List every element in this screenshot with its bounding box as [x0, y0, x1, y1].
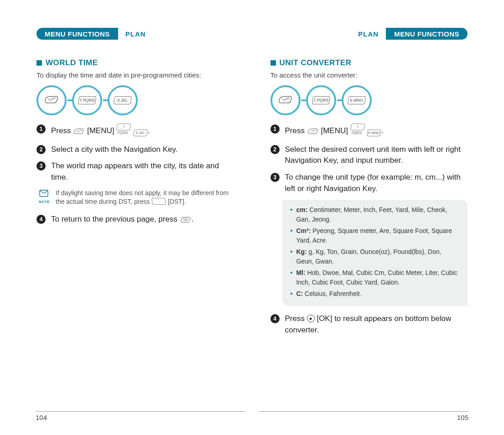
key-7-icon: 7 PQRS — [306, 85, 336, 115]
step-number-icon: 3 — [36, 161, 46, 171]
note-block: NOTE If daylight saving time does not ap… — [36, 189, 234, 207]
key-softkey-icon — [36, 85, 67, 115]
step-3: 3 To change the unit type (for example: … — [270, 172, 468, 194]
note-icon: NOTE — [37, 189, 51, 204]
right-softkey-icon — [151, 198, 166, 205]
key-6-icon: 6 MNO — [342, 85, 372, 115]
header-main-tab: MENU FUNCTIONS — [386, 28, 468, 40]
step-number-icon: 4 — [36, 215, 46, 224]
step-number-icon: 1 — [36, 124, 46, 134]
step-4: 4 Press [OK] to result appears on bottom… — [270, 313, 468, 336]
step-4: 4 To return to the previous page, press … — [36, 214, 234, 227]
step-number-icon: 2 — [270, 145, 280, 154]
key-sequence: 7 PQRS 5 JKL — [36, 85, 234, 115]
step-number-icon: 3 — [270, 173, 280, 182]
intro-text: To access the unit converter: — [270, 71, 468, 79]
key-5-icon: 5 JKL — [108, 85, 138, 115]
page-number-right: 105 — [259, 411, 468, 421]
section-title-world-time: WORLD TIME — [36, 58, 234, 67]
softkey-icon — [307, 127, 319, 139]
key-sequence: 7 PQRS 6 MNO — [270, 85, 468, 115]
key-7-icon: 7 PQRS — [116, 124, 131, 130]
unit-info-box: cm: Centimeter, Meter, Inch, Feet, Yard,… — [282, 200, 468, 306]
step-2: 2 Select a city with the Navigation Key. — [36, 144, 234, 155]
key-6-icon: 6 MNO — [367, 129, 381, 136]
step-3: 3 The world map appears with the city, i… — [36, 161, 234, 183]
ok-key-icon — [307, 315, 315, 322]
step-number-icon: 1 — [270, 124, 280, 134]
step-number-icon: 2 — [36, 145, 46, 154]
step-number-icon: 4 — [270, 314, 280, 323]
softkey-icon — [73, 127, 85, 139]
page-right: PLAN MENU FUNCTIONS UNIT CONVERTER To ac… — [252, 27, 477, 412]
header-left: MENU FUNCTIONS PLAN — [36, 27, 234, 40]
section-title-unit-converter: UNIT CONVERTER — [270, 58, 468, 67]
intro-text: To display the time and date in pre-prog… — [36, 71, 234, 79]
page-left: MENU FUNCTIONS PLAN WORLD TIME To displa… — [27, 27, 252, 412]
header-sub-tab: PLAN — [118, 30, 153, 38]
clear-key-icon — [180, 216, 192, 227]
page-number-left: 104 — [36, 411, 245, 421]
key-7-icon: 7 PQRS — [350, 124, 365, 130]
step-1: 1 Press [MENU] 7 PQRS 5 JKL. — [36, 124, 234, 139]
header-sub-tab: PLAN — [351, 30, 386, 38]
step-1: 1 Press [MENU] 7 PQRS 6 MNO. — [270, 124, 468, 139]
key-7-icon: 7 PQRS — [72, 85, 102, 115]
header-main-tab: MENU FUNCTIONS — [36, 28, 118, 40]
key-softkey-icon — [270, 85, 301, 115]
header-right: PLAN MENU FUNCTIONS — [270, 27, 468, 40]
step-2: 2 Select the desired convert unit item w… — [270, 144, 468, 166]
key-5-icon: 5 JKL — [133, 129, 148, 136]
